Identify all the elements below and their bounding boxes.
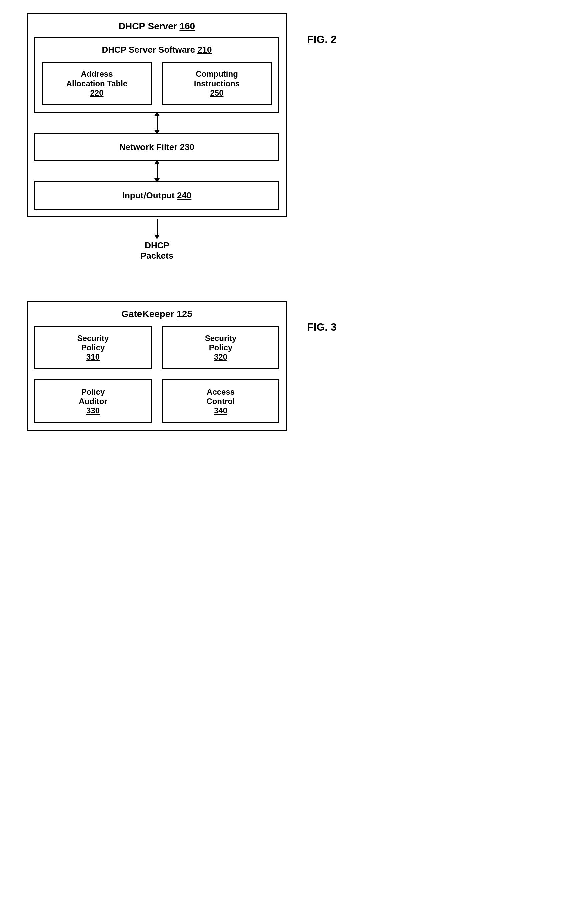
sp320-line2: Policy xyxy=(173,343,268,352)
dhcp-packets-label: DHCP Packets xyxy=(27,240,287,261)
address-ref: 220 xyxy=(53,88,141,97)
gatekeeper-title: GateKeeper 125 xyxy=(34,309,280,319)
fig2-diagram: DHCP Server 160 DHCP Server Software 210… xyxy=(27,13,287,261)
dhcp-software-label: DHCP Server Software xyxy=(102,45,195,55)
security-policy-310-box: Security Policy 310 xyxy=(34,326,152,370)
dhcp-packets-line2: Packets xyxy=(27,250,287,261)
fig2-label: FIG. 2 xyxy=(307,33,337,46)
dhcp-software-box: DHCP Server Software 210 Address Allocat… xyxy=(34,37,280,113)
fig2-section: DHCP Server 160 DHCP Server Software 210… xyxy=(27,13,548,261)
address-line2: Allocation Table xyxy=(53,79,141,88)
sp320-ref: 320 xyxy=(173,352,268,362)
ac340-line1: Access xyxy=(173,387,268,397)
pa330-ref: 330 xyxy=(45,406,141,415)
computing-line1: Computing xyxy=(173,70,260,79)
double-arrow-icon-2 xyxy=(157,163,157,180)
io-label: Input/Output xyxy=(122,190,175,201)
arrow-filter-to-io xyxy=(34,161,280,182)
gatekeeper-ref: 125 xyxy=(176,309,192,319)
address-line1: Address xyxy=(53,70,141,79)
pa330-line1: Policy xyxy=(45,387,141,397)
computing-ref: 250 xyxy=(173,88,260,97)
dhcp-server-box: DHCP Server 160 DHCP Server Software 210… xyxy=(27,13,287,217)
sp310-line1: Security xyxy=(45,334,141,343)
io-ref: 240 xyxy=(177,190,191,201)
arrow-io-to-packets xyxy=(27,217,287,237)
dhcp-software-ref: 210 xyxy=(197,45,211,55)
software-inner-boxes: Address Allocation Table 220 Computing I… xyxy=(42,62,272,105)
access-control-box: Access Control 340 xyxy=(162,379,280,423)
gatekeeper-grid: Security Policy 310 Security Policy 320 xyxy=(34,326,280,423)
dhcp-server-title: DHCP Server 160 xyxy=(34,21,280,32)
network-filter-label: Network Filter xyxy=(119,142,177,152)
fig3-section: GateKeeper 125 Security Policy 310 Secur… xyxy=(27,301,548,430)
dhcp-server-label: DHCP Server xyxy=(119,21,177,32)
gatekeeper-row2: Policy Auditor 330 Access Control 340 xyxy=(34,379,280,423)
arrow-software-to-filter xyxy=(34,113,280,133)
sp320-line1: Security xyxy=(173,334,268,343)
network-filter-box: Network Filter 230 xyxy=(34,133,280,161)
dhcp-packets-line1: DHCP xyxy=(27,240,287,250)
fig3-diagram: GateKeeper 125 Security Policy 310 Secur… xyxy=(27,301,287,430)
sp310-line2: Policy xyxy=(45,343,141,352)
main-container: DHCP Server 160 DHCP Server Software 210… xyxy=(27,13,548,430)
security-policy-320-box: Security Policy 320 xyxy=(162,326,280,370)
computing-line2: Instructions xyxy=(173,79,260,88)
dhcp-software-title: DHCP Server Software 210 xyxy=(42,45,272,55)
address-allocation-box: Address Allocation Table 220 xyxy=(42,62,152,105)
sp310-ref: 310 xyxy=(45,352,141,362)
fig3-label: FIG. 3 xyxy=(307,321,337,333)
network-filter-ref: 230 xyxy=(180,142,194,152)
input-output-box: Input/Output 240 xyxy=(34,182,280,210)
ac340-ref: 340 xyxy=(173,406,268,415)
pa330-line2: Auditor xyxy=(45,397,141,406)
ac340-line2: Control xyxy=(173,397,268,406)
down-arrow-icon xyxy=(157,219,157,236)
gatekeeper-label: GateKeeper xyxy=(121,309,174,319)
gatekeeper-row1: Security Policy 310 Security Policy 320 xyxy=(34,326,280,370)
computing-instructions-box: Computing Instructions 250 xyxy=(162,62,272,105)
dhcp-server-ref: 160 xyxy=(179,21,195,32)
gatekeeper-box: GateKeeper 125 Security Policy 310 Secur… xyxy=(27,301,287,430)
policy-auditor-box: Policy Auditor 330 xyxy=(34,379,152,423)
double-arrow-icon xyxy=(157,115,157,131)
